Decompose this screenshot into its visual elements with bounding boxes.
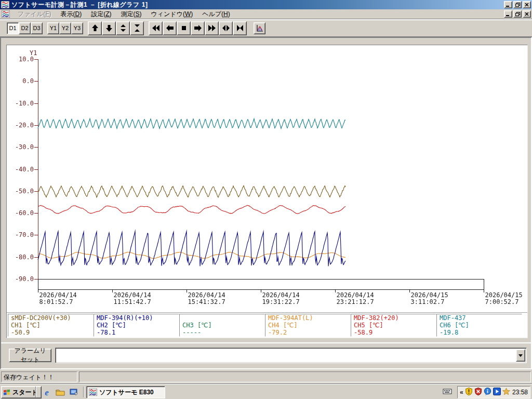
- fast-forward-button[interactable]: [205, 21, 219, 35]
- channel-cell-ch6: MDF-437CH6 [℃]-19.8: [436, 314, 522, 337]
- channel-legend: sMDF-DC200V(+30)CH1 [℃]-50.9MDF-394(R)(+…: [7, 312, 527, 338]
- minimize-button[interactable]: [504, 10, 512, 18]
- channel-name: MDF-437: [440, 314, 522, 322]
- compress-vertical-icon: [133, 24, 141, 32]
- y-axis-title: Y1: [30, 49, 37, 57]
- restore-icon: [515, 3, 520, 7]
- close-button[interactable]: [523, 1, 531, 8]
- fast-backward-icon: [152, 24, 160, 32]
- y-tick-label: -20.0: [11, 122, 34, 128]
- expand-vertical-icon: [119, 24, 127, 32]
- compress-horizontal-button[interactable]: [233, 21, 247, 35]
- x-tick-label: 2026/04/14 11:51:42.7: [114, 292, 151, 305]
- channel-unit: CH2 [℃]: [97, 322, 179, 329]
- step-backward-icon: [166, 24, 174, 32]
- channel-name: MDF-394AT(L): [268, 314, 350, 322]
- channel-cell-ch3: CH3 [℃]-----: [179, 314, 265, 337]
- mdi-client-area: 10.00.0-10.0-20.0-30.0-40.0-50.0-60.0-70…: [0, 37, 532, 369]
- channel-name: MDF-394(R)(+10): [97, 314, 179, 322]
- app-icon: [1, 1, 9, 8]
- mdi-child-icon[interactable]: [2, 10, 10, 18]
- y-tick-label: 10.0: [11, 56, 34, 62]
- channel-cell-ch4: MDF-394AT(L)CH4 [℃]-79.2: [265, 314, 351, 337]
- stop-icon: [180, 24, 188, 32]
- taskbar-task-button[interactable]: ソフトサーモ E830: [86, 386, 165, 398]
- stop-button[interactable]: [177, 21, 191, 35]
- restore-button[interactable]: [513, 1, 522, 8]
- y-tick-label: -60.0: [11, 210, 34, 216]
- menu-item-4[interactable]: 測定(S): [116, 9, 146, 20]
- chevron-down-icon: [518, 354, 523, 357]
- compress-vertical-button[interactable]: [130, 21, 144, 35]
- security-warning-shield-icon[interactable]: [465, 388, 473, 397]
- taskbar-separator: [83, 387, 84, 397]
- expand-vertical-button[interactable]: [116, 21, 130, 35]
- y-tick-label: -30.0: [11, 144, 34, 150]
- start-label: スタート: [12, 388, 38, 397]
- minimize-icon: [506, 12, 510, 16]
- menu-item-6[interactable]: ヘルプ(H): [197, 9, 235, 20]
- fast-backward-button[interactable]: [149, 21, 163, 35]
- x-tick-label: 2026/04/14 8:01:52.7: [39, 292, 77, 305]
- scroll-down-button[interactable]: [102, 21, 116, 35]
- chart-canvas: [7, 45, 527, 312]
- fast-forward-icon: [208, 24, 216, 32]
- alarm-reset-button[interactable]: アラームリセット: [9, 349, 51, 362]
- channel-name: [182, 314, 264, 322]
- channel-value: -79.2: [268, 329, 350, 336]
- taskbar: スタート e ソフトサーモ E830 «: [0, 384, 532, 399]
- channel-unit: CH1 [℃]: [11, 322, 93, 329]
- y-tick-label: 0.0: [11, 78, 34, 84]
- menu-item-5[interactable]: ウィンドウ(W): [147, 9, 198, 20]
- channel-name: sMDF-DC200V(+30): [11, 314, 93, 322]
- graph-settings-icon: [255, 24, 264, 33]
- restore-button[interactable]: [513, 10, 522, 18]
- system-tray: « 23:58: [457, 386, 530, 398]
- scroll-up-button[interactable]: [88, 21, 102, 35]
- star-icon[interactable]: [502, 388, 510, 397]
- step-forward-icon: [194, 24, 202, 32]
- show-desktop-icon[interactable]: [69, 387, 79, 397]
- close-icon: [525, 12, 529, 16]
- title-bar: ソフトサーモ計測－計測1 － [折れ線グラフ 1]: [0, 0, 532, 9]
- display-button-d2[interactable]: D2: [19, 22, 31, 34]
- menu-item-3[interactable]: 設定(Z): [86, 9, 116, 20]
- channel-unit: CH6 [℃]: [440, 322, 522, 329]
- keyboard-icon[interactable]: [443, 388, 452, 396]
- tray-chevron-icon[interactable]: «: [460, 389, 463, 396]
- close-icon: [525, 3, 529, 7]
- internet-explorer-icon[interactable]: e: [42, 387, 52, 397]
- menu-bar: ファイル(F)表示(D)設定(Z)測定(S)ウィンドウ(W)ヘルプ(H): [0, 9, 532, 19]
- compress-horizontal-icon: [236, 24, 244, 32]
- channel-value: -50.9: [11, 329, 93, 336]
- folder-icon[interactable]: [55, 387, 65, 397]
- plot-area: 10.00.0-10.0-20.0-30.0-40.0-50.0-60.0-70…: [7, 45, 527, 312]
- info-balloon-icon[interactable]: [484, 388, 491, 397]
- close-button[interactable]: [523, 10, 531, 18]
- expand-horizontal-button[interactable]: [219, 21, 233, 35]
- alarm-combobox[interactable]: [55, 348, 527, 363]
- menu-item-1: ファイル(F): [13, 9, 56, 20]
- combobox-dropdown-button[interactable]: [516, 349, 525, 362]
- display-button-d3[interactable]: D3: [31, 22, 43, 34]
- graph-settings-button[interactable]: [254, 22, 265, 34]
- y-tick-label: -80.0: [11, 254, 34, 260]
- restore-icon: [515, 12, 520, 16]
- channel-unit: CH3 [℃]: [182, 322, 264, 329]
- minimize-button[interactable]: [504, 1, 512, 8]
- channel-value: -78.1: [97, 329, 179, 336]
- scroll-down-icon: [105, 24, 113, 32]
- channel-value: -58.9: [354, 329, 436, 336]
- channel-unit: CH4 [℃]: [268, 322, 350, 329]
- menu-item-2[interactable]: 表示(D): [56, 9, 86, 20]
- y-tick-label: -10.0: [11, 100, 34, 107]
- step-backward-button[interactable]: [163, 21, 177, 35]
- axis-button-y1[interactable]: Y1: [47, 22, 59, 34]
- channel-cell-ch1: sMDF-DC200V(+30)CH1 [℃]-50.9: [8, 314, 94, 337]
- media-play-icon[interactable]: [493, 388, 501, 397]
- security-alert-shield-icon[interactable]: [474, 388, 482, 397]
- axis-button-y3[interactable]: Y3: [71, 22, 83, 34]
- display-button-d1[interactable]: D1: [7, 22, 19, 34]
- axis-button-y2[interactable]: Y2: [59, 22, 71, 34]
- step-forward-button[interactable]: [191, 21, 205, 35]
